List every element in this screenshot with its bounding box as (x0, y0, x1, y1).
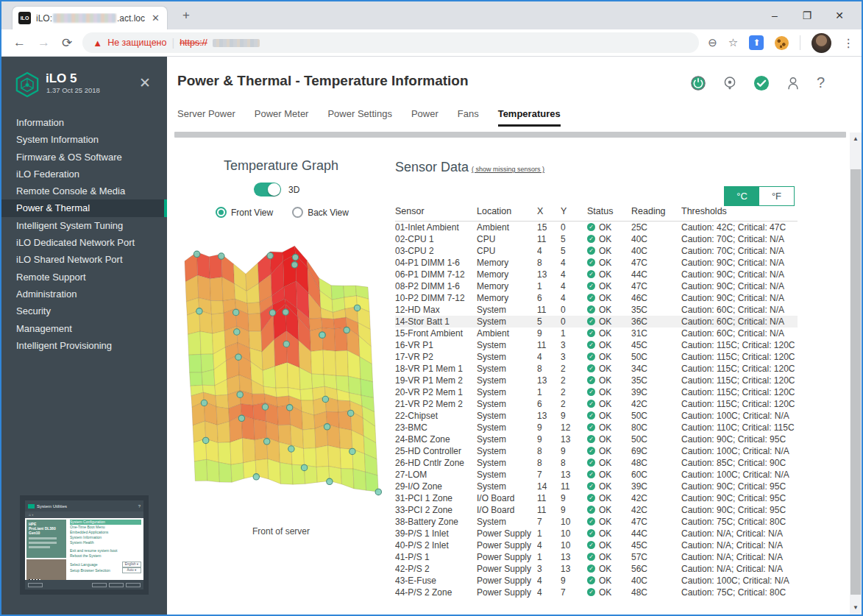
sensor-row-43-e-fuse[interactable]: 43-E-FusePower Supply49✓OK40CCaution: 10… (395, 575, 798, 587)
remote-console-thumbnail[interactable]: System Utilities ? ⌂ › HPE ProLiant DL38… (20, 495, 149, 595)
tab-power-meter[interactable]: Power Meter (255, 108, 309, 127)
sidebar-item-management[interactable]: Management (1, 320, 167, 337)
sensor-marker (262, 404, 268, 410)
sensor-row-38-battery-zone[interactable]: 38-Battery ZoneSystem710✓OK47CCaution: 7… (395, 516, 798, 528)
back-icon[interactable]: ← (13, 35, 26, 50)
sidebar-item-administration[interactable]: Administration (1, 286, 167, 302)
bookmark-star-icon[interactable]: ☆ (728, 36, 738, 49)
sensor-row-17-vr-p2[interactable]: 17-VR P2System43✓OK50CCaution: 115C; Cri… (395, 351, 798, 363)
sensor-row-10-p2-dimm-7-12[interactable]: 10-P2 DIMM 7-12Memory64✓OK46CCaution: 90… (395, 292, 798, 304)
front-view-radio[interactable]: Front View (216, 207, 273, 218)
sensor-row-18-vr-p1-mem-1[interactable]: 18-VR P1 Mem 1System82✓OK34CCaution: 115… (395, 363, 798, 375)
sidebar-close-icon[interactable]: ✕ (139, 74, 151, 91)
sensor-row-40-p-s-2-inlet[interactable]: 40-P/S 2 InletPower Supply410✓OK45CCauti… (395, 539, 798, 551)
minimize-button[interactable]: – (759, 10, 791, 21)
sensor-row-19-vr-p1-mem-2[interactable]: 19-VR P1 Mem 2System132✓OK35CCaution: 11… (395, 375, 798, 386)
sidebar-item-ilo-federation[interactable]: iLO Federation (1, 166, 167, 183)
sidebar-item-remote-console-media[interactable]: Remote Console & Media (1, 183, 167, 199)
new-tab-button[interactable]: + (178, 8, 194, 23)
sensor-row-02-cpu-1[interactable]: 02-CPU 1CPU115✓OK40CCaution: 70C; Critic… (395, 233, 798, 245)
sensor-row-15-front-ambient[interactable]: 15-Front AmbientAmbient91✓OK31CCaution: … (395, 328, 798, 339)
tab-fans[interactable]: Fans (458, 108, 479, 127)
maximize-button[interactable]: ❐ (791, 10, 823, 21)
sidebar-item-system-information[interactable]: System Information (1, 131, 167, 148)
uid-indicator-icon[interactable] (722, 75, 738, 91)
sensor-row-04-p1-dimm-1-6[interactable]: 04-P1 DIMM 1-6Memory84✓OK47CCaution: 90C… (395, 257, 798, 269)
sensor-row-06-p1-dimm-7-12[interactable]: 06-P1 DIMM 7-12Memory134✓OK44CCaution: 9… (395, 269, 798, 280)
sensor-row-27-lom[interactable]: 27-LOMSystem713✓OK60CCaution: 100C; Crit… (395, 469, 798, 481)
cookie-extension-icon[interactable] (775, 36, 789, 50)
help-icon[interactable]: ? (817, 74, 825, 91)
sensor-row-39-p-s-1-inlet[interactable]: 39-P/S 1 InletPower Supply110✓OK44CCauti… (395, 528, 798, 539)
sensor-row-08-p2-dimm-1-6[interactable]: 08-P2 DIMM 1-6Memory14✓OK47CCaution: 90C… (395, 280, 798, 292)
sensor-row-01-inlet-ambient[interactable]: 01-Inlet AmbientAmbient150✓OK25CCaution:… (395, 222, 798, 233)
unit-toggle: °C °F (724, 186, 795, 206)
sensor-row-25-hd-controller[interactable]: 25-HD ControllerSystem89✓OK69CCaution: 1… (395, 445, 798, 457)
show-missing-sensors-link[interactable]: ( show missing sensors ) (472, 166, 544, 173)
forward-icon: → (38, 35, 50, 50)
user-icon[interactable] (785, 75, 801, 91)
column-header-x: X (537, 206, 561, 216)
sensor-row-21-vr-p2-mem-2[interactable]: 21-VR P2 Mem 2System62✓OK42CCaution: 115… (395, 398, 798, 410)
status-cell: ✓OK (587, 292, 631, 304)
temperature-surface-chart[interactable] (171, 242, 391, 501)
celsius-button[interactable]: °C (725, 187, 759, 205)
zoom-out-icon[interactable]: ⊖ (708, 36, 717, 49)
address-bar[interactable]: ▲ Не защищено | https:// (82, 32, 699, 53)
sensor-row-24-bmc-zone[interactable]: 24-BMC ZoneSystem913✓OK50CCaution: 90C; … (395, 433, 798, 445)
refresh-icon[interactable]: ⟳ (62, 35, 72, 51)
thumb-menu-item: Embedded Applications (70, 530, 141, 535)
sensor-row-22-chipset[interactable]: 22-ChipsetSystem139✓OK50CCaution: 100C; … (395, 410, 798, 422)
sensor-row-16-vr-p1[interactable]: 16-VR P1System113✓OK45CCaution: 115C; Cr… (395, 339, 798, 351)
sidebar-item-power-thermal[interactable]: Power & Thermal (1, 199, 167, 216)
tab-close-icon[interactable]: ✕ (150, 13, 161, 24)
browser-tab[interactable]: iLO iLO: .act.local ✕ (12, 6, 168, 29)
sidebar-item-ilo-dedicated-network-port[interactable]: iLO Dedicated Network Port (1, 234, 167, 251)
sidebar-item-remote-support[interactable]: Remote Support (1, 269, 167, 286)
sidebar-item-intelligent-system-tuning[interactable]: Intelligent System Tuning (1, 217, 167, 234)
tab-server-power[interactable]: Server Power (177, 108, 235, 127)
sensor-row-41-p-s-1[interactable]: 41-P/S 1Power Supply113✓OK57CCaution: N/… (395, 551, 798, 563)
sensor-row-14-stor-batt-1[interactable]: 14-Stor Batt 1System50✓OK36CCaution: 60C… (395, 316, 798, 328)
sensor-row-12-hd-max[interactable]: 12-HD MaxSystem110✓OK35CCaution: 60C; Cr… (395, 304, 798, 316)
sensor-row-31-pci-1-zone[interactable]: 31-PCI 1 ZoneI/O Board119✓OK42CCaution: … (395, 492, 798, 504)
sensor-row-20-vr-p2-mem-1[interactable]: 20-VR P2 Mem 1System12✓OK39CCaution: 115… (395, 386, 798, 398)
back-view-radio[interactable]: Back View (292, 207, 349, 218)
sensor-row-03-cpu-2[interactable]: 03-CPU 2CPU45✓OK40CCaution: 70C; Critica… (395, 245, 798, 257)
health-ok-icon[interactable] (753, 75, 770, 91)
sidebar-item-ilo-shared-network-port[interactable]: iLO Shared Network Port (1, 251, 167, 268)
sidebar-item-security[interactable]: Security (1, 302, 167, 319)
tab-temperatures[interactable]: Temperatures (498, 108, 561, 127)
tab-power-settings[interactable]: Power Settings (327, 108, 391, 127)
extension-icon[interactable]: ⬆ (749, 35, 764, 50)
close-button[interactable]: ✕ (823, 10, 856, 21)
sensor-marker (269, 310, 275, 316)
scroll-up-icon[interactable]: ▲ (850, 134, 862, 144)
horizontal-scrollbar[interactable] (174, 132, 846, 138)
server-power-icon[interactable] (690, 75, 706, 91)
3d-toggle[interactable] (254, 183, 281, 197)
security-warning-label[interactable]: Не защищено (107, 38, 166, 48)
sensor-row-29-i-o-zone[interactable]: 29-I/O ZoneSystem1411✓OK39CCaution: 90C;… (395, 481, 798, 492)
scrollbar-thumb[interactable] (850, 169, 861, 595)
column-header-status: Status (587, 206, 631, 216)
sidebar-item-information[interactable]: Information (1, 114, 167, 131)
sensor-marker (375, 489, 381, 495)
chrome-menu-icon[interactable]: ⋮ (842, 36, 854, 50)
sensor-row-42-p-s-2[interactable]: 42-P/S 2Power Supply313✓OK56CCaution: N/… (395, 563, 798, 575)
sensor-row-44-p-s-2-zone[interactable]: 44-P/S 2 ZonePower Supply47✓OK48CCaution… (395, 587, 798, 598)
sensor-marker (203, 437, 209, 443)
scroll-down-icon[interactable]: ▼ (850, 603, 862, 613)
profile-avatar[interactable] (811, 33, 831, 53)
sensor-row-26-hd-cntlr-zone[interactable]: 26-HD Cntlr ZoneSystem88✓OK48CCaution: 8… (395, 457, 798, 469)
sensor-table-body: 01-Inlet AmbientAmbient150✓OK25CCaution:… (395, 222, 798, 598)
fahrenheit-button[interactable]: °F (759, 187, 794, 205)
thumb-menu-item: One-Time Boot Menu (70, 525, 141, 530)
sensor-row-33-pci-2-zone[interactable]: 33-PCI 2 ZoneI/O Board119✓OK42CCaution: … (395, 504, 798, 516)
sidebar-item-firmware-os-software[interactable]: Firmware & OS Software (1, 149, 167, 166)
vertical-scrollbar[interactable]: ▲ ▼ (850, 132, 862, 615)
tab-power[interactable]: Power (411, 108, 438, 127)
sidebar-item-intelligent-provisioning[interactable]: Intelligent Provisioning (1, 337, 167, 354)
sensor-row-23-bmc[interactable]: 23-BMCSystem912✓OK80CCaution: 110C; Crit… (395, 422, 798, 433)
security-warning-icon[interactable]: ▲ (93, 38, 102, 49)
